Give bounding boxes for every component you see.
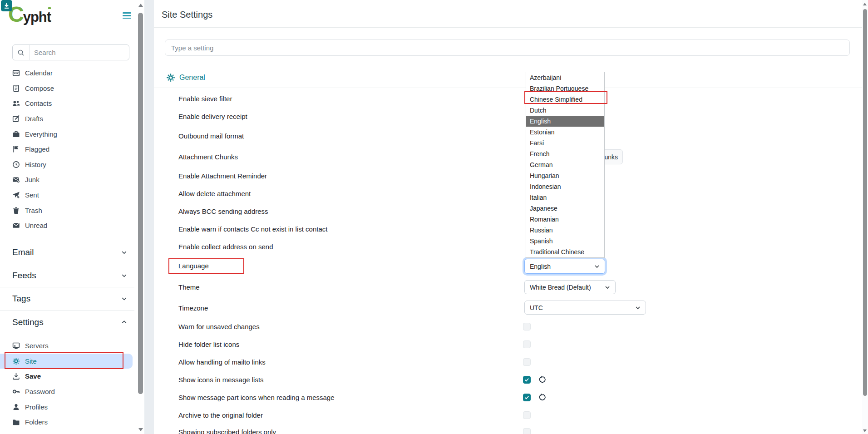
checkbox-show-message-part-icons[interactable] — [523, 394, 531, 401]
sidebar-item-everything[interactable]: Everything — [0, 126, 134, 142]
sidebar-nav: Calendar Compose Contacts Drafts Everyth… — [0, 65, 134, 233]
dropdown-option[interactable]: Azerbaijani — [526, 72, 604, 83]
divider — [154, 88, 862, 88]
flag-icon — [12, 145, 20, 153]
setting-label-theme: Theme — [178, 283, 200, 291]
dropdown-option[interactable]: Hungarian — [526, 170, 604, 181]
section-general[interactable]: General — [166, 73, 205, 82]
sidebar-item-junk[interactable]: Junk — [0, 172, 134, 187]
sidebar-item-compose[interactable]: Compose — [0, 81, 134, 96]
scrollbar-thumb[interactable] — [138, 13, 143, 394]
dropdown-option[interactable]: Italian — [526, 192, 604, 203]
chevron-down-icon — [594, 263, 600, 270]
checkbox-show-icons-message-lists[interactable] — [523, 376, 531, 384]
dropdown-option[interactable]: Indonesian — [526, 181, 604, 192]
sidebar-item-label: Junk — [25, 176, 39, 183]
chevron-down-icon — [121, 296, 128, 302]
search-icon — [13, 45, 30, 60]
chevron-down-icon — [635, 305, 641, 311]
setting-label: Enable sieve filter — [178, 95, 232, 103]
setting-label: Always BCC sending address — [178, 207, 268, 215]
dropdown-option[interactable]: Traditional Chinese — [526, 247, 604, 257]
setting-label: Allow handling of mailto links — [178, 358, 266, 366]
sidebar-section-feeds[interactable]: Feeds — [0, 264, 134, 287]
sidebar-item-label: Unread — [25, 222, 47, 229]
dropdown-option[interactable]: Japanese — [526, 203, 604, 214]
sidebar-item-calendar[interactable]: Calendar — [0, 65, 134, 81]
dropdown-option[interactable]: Chinese Simplified — [526, 94, 604, 105]
language-select[interactable]: English — [524, 259, 605, 274]
paper-plane-icon — [12, 191, 20, 199]
contacts-icon — [12, 99, 20, 107]
dropdown-option[interactable]: Russian — [526, 225, 604, 236]
theme-select[interactable]: White Bread (Default) — [524, 280, 616, 294]
dropdown-option[interactable]: German — [526, 159, 604, 170]
timezone-select[interactable]: UTC — [524, 301, 646, 315]
sidebar-item-label: Everything — [25, 130, 57, 138]
page-scrollbar[interactable] — [862, 0, 868, 434]
setting-label: Attachment Chunks — [178, 153, 238, 161]
setting-label: Hide folder list icons — [178, 340, 239, 348]
setting-search-input[interactable] — [165, 39, 850, 56]
sidebar-item-folders[interactable]: Folders — [0, 414, 134, 430]
sidebar-item-unread[interactable]: Unread — [0, 218, 134, 233]
dropdown-option[interactable]: Brazilian Portuguese — [526, 83, 604, 94]
menu-toggle-button[interactable] — [123, 12, 133, 21]
scrollbar-thumb[interactable] — [863, 9, 867, 396]
checkbox-archive-original-folder[interactable] — [523, 411, 531, 419]
setting-label: Outbound mail format — [178, 132, 244, 140]
sidebar-item-label: Password — [25, 388, 55, 395]
sidebar-item-servers[interactable]: Servers — [0, 338, 134, 354]
checkbox-hide-folder-list-icons[interactable] — [523, 340, 531, 348]
sidebar-section-settings[interactable]: Settings — [0, 311, 134, 334]
reset-default-button[interactable] — [538, 393, 547, 401]
scroll-down-arrow-icon[interactable] — [138, 428, 143, 431]
timezone-select-value: UTC — [530, 304, 543, 311]
sidebar-search-input[interactable] — [30, 45, 129, 60]
sidebar-section-email[interactable]: Email — [0, 241, 134, 264]
section-general-label: General — [179, 74, 205, 82]
section-label: Tags — [12, 294, 30, 304]
download-badge-icon — [1, 0, 12, 11]
sidebar-item-profiles[interactable]: Profiles — [0, 399, 134, 414]
setting-label: Archive to the original folder — [178, 411, 263, 419]
setting-label: Show message part icons when reading a m… — [178, 394, 335, 401]
sidebar-item-trash[interactable]: Trash — [0, 202, 134, 218]
sidebar-item-history[interactable]: History — [0, 157, 134, 173]
sidebar-item-password[interactable]: Password — [0, 384, 134, 399]
checkbox-warn-unsaved-changes[interactable] — [523, 323, 531, 330]
sidebar-scrollbar[interactable] — [136, 0, 144, 434]
reset-default-button[interactable] — [538, 375, 547, 384]
scroll-up-arrow-icon[interactable] — [138, 4, 143, 7]
sidebar-item-site[interactable]: Site — [0, 354, 133, 369]
sidebar-item-sent[interactable]: Sent — [0, 187, 134, 203]
dropdown-option[interactable]: French — [526, 148, 604, 159]
checkbox-subscribed-folders-only[interactable] — [523, 428, 531, 434]
dropdown-option-highlighted[interactable]: English — [526, 116, 604, 127]
sidebar-section-tags[interactable]: Tags — [0, 287, 134, 311]
sidebar-item-flagged[interactable]: Flagged — [0, 142, 134, 157]
clock-icon — [12, 161, 20, 168]
page-title: Site Settings — [162, 10, 212, 20]
scroll-down-arrow-icon[interactable] — [863, 429, 867, 432]
sidebar-item-drafts[interactable]: Drafts — [0, 111, 134, 127]
sidebar-item-save[interactable]: Save — [0, 369, 134, 384]
logo-text: yph — [23, 9, 47, 25]
dropdown-option[interactable]: Spanish — [526, 236, 604, 247]
dropdown-option[interactable]: Dutch — [526, 105, 604, 116]
sidebar-item-label: Contacts — [25, 99, 52, 107]
setting-label: Allow delete attachment — [178, 190, 251, 197]
section-label: Settings — [12, 317, 44, 327]
app-logo[interactable]: Cypht — [8, 5, 51, 25]
dropdown-option[interactable]: Farsi — [526, 138, 604, 148]
checkbox-allow-mailto-links[interactable] — [523, 358, 531, 366]
dropdown-option[interactable]: Romanian — [526, 214, 604, 225]
sidebar-item-contacts[interactable]: Contacts — [0, 96, 134, 111]
dropdown-option[interactable]: Estonian — [526, 127, 604, 138]
sidebar: Cypht Calendar Compose Contacts Drafts E… — [0, 0, 134, 434]
setting-label: Enable warn if contacts Cc not exist in … — [178, 225, 327, 233]
scroll-up-arrow-icon[interactable] — [863, 3, 867, 5]
calendar-icon — [12, 69, 20, 77]
sidebar-item-label: Sent — [25, 191, 39, 199]
pencil-square-icon — [12, 115, 20, 123]
